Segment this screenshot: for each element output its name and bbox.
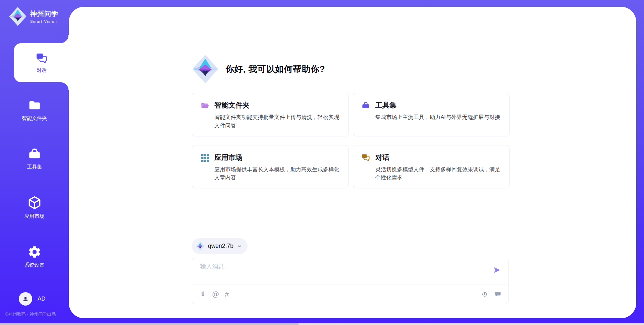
toolbox-icon [361,101,370,130]
hash-icon[interactable]: # [225,290,229,298]
sidebar-item-app-market[interactable]: 应用市场 [0,195,69,219]
send-icon[interactable] [492,265,501,275]
open-folder-icon [200,101,209,130]
sidebar-item-settings[interactable]: 系统设置 [0,245,69,268]
sidebar-item-chat[interactable]: 对话 [14,43,69,82]
composer-divider [192,284,508,284]
sidebar-item-toolset[interactable]: 工具集 [0,147,69,170]
avatar [19,292,32,306]
model-selector[interactable]: qwen2:7b [192,238,248,254]
scrollbar-thumb[interactable] [0,323,299,325]
message-composer: @ # [192,258,508,304]
card-title: 应用市场 [214,153,340,162]
chat-bubble-icon[interactable] [494,290,501,298]
card-title: 对话 [375,153,501,162]
feature-cards: 智能文件夹 智能文件夹功能支持批量文件上传与清洗，轻松实现文件问答 工具集 集成… [192,93,509,188]
user-profile[interactable]: AD [19,292,46,306]
chat-icon [35,52,48,65]
sidebar: 神州问学 Smart Vision 对话 智能文件夹 [0,0,69,323]
card-smart-folder[interactable]: 智能文件夹 智能文件夹功能支持批量文件上传与清洗，轻松实现文件问答 [192,93,348,136]
greeting: 你好, 我可以如何帮助你? [192,54,325,84]
card-toolset[interactable]: 工具集 集成市场上主流工具，助力AI与外界无缝扩展与对接 [353,93,509,136]
user-initials: AD [38,296,46,302]
sidebar-item-label: 系统设置 [24,262,45,268]
card-description: 应用市场提供丰富长文本模板，助力高效生成多样化文章内容 [214,166,340,182]
folder-icon [28,98,42,112]
card-chat[interactable]: 对话 灵活切换多模型文件，支持多样回复效果调试，满足个性化需求 [353,145,509,189]
brand-name: 神州问学 [30,9,58,18]
person-icon [22,295,29,303]
app-root: 神州问学 Smart Vision 对话 智能文件夹 [0,0,644,325]
card-description: 智能文件夹功能支持批量文件上传与清洗，轻松实现文件问答 [214,113,340,130]
gem-logo-icon [192,54,219,84]
sidebar-item-smart-folder[interactable]: 智能文件夹 [0,98,69,122]
active-tab-fillet-top [61,35,69,43]
apps-grid-icon [200,153,209,182]
card-title: 智能文件夹 [214,101,340,110]
cube-icon [27,195,42,210]
sidebar-item-label: 对话 [37,67,47,74]
model-name: qwen2:7b [208,243,233,250]
paperclip-icon[interactable] [200,290,206,298]
chevron-down-icon [237,244,242,249]
brand-logo: 神州问学 Smart Vision [9,7,58,26]
horizontal-scrollbar [0,323,644,325]
chat-icon [361,153,370,182]
message-input[interactable] [200,262,475,282]
copyright-footer: ©神州数码 · 神州问学出品 [5,311,72,317]
card-app-market[interactable]: 应用市场 应用市场提供丰富长文本模板，助力高效生成多样化文章内容 [192,145,348,189]
history-icon[interactable] [481,291,488,298]
greeting-title: 你好, 我可以如何帮助你? [225,63,325,75]
gear-icon [28,245,42,259]
sidebar-item-label: 智能文件夹 [22,115,47,122]
sidebar-item-label: 工具集 [27,164,42,170]
active-tab-fillet-bottom [61,82,69,90]
gem-logo-icon [9,7,27,26]
gem-logo-icon [196,242,205,251]
composer-tools: @ # [200,284,229,304]
card-title: 工具集 [375,101,500,110]
toolbox-icon [28,147,42,161]
sidebar-item-label: 应用市场 [24,213,45,219]
brand-subtitle: Smart Vision [30,19,58,23]
at-icon[interactable]: @ [212,290,219,298]
card-description: 灵活切换多模型文件，支持多样回复效果调试，满足个性化需求 [375,166,501,182]
composer-history-tools [481,284,501,304]
card-description: 集成市场上主流工具，助力AI与外界无缝扩展与对接 [375,113,500,122]
